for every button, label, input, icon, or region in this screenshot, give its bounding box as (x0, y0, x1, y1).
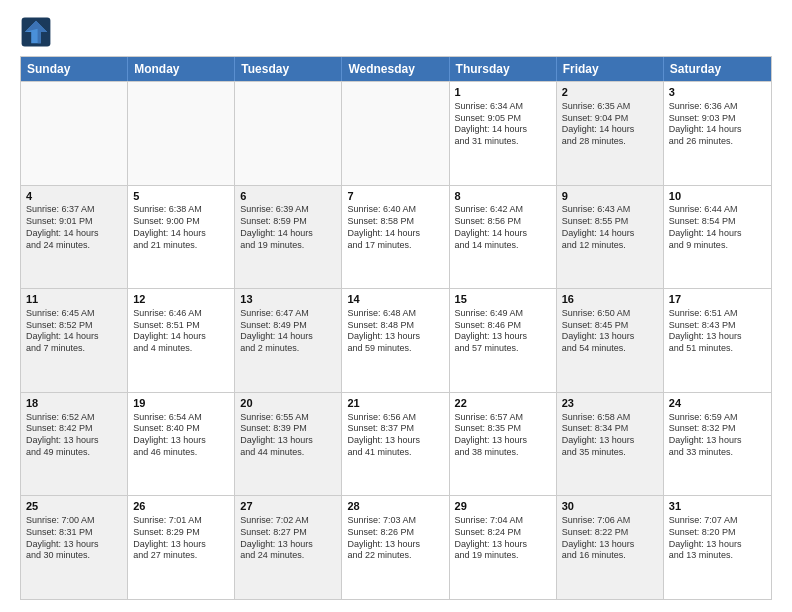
day-number: 10 (669, 189, 766, 204)
day-number: 12 (133, 292, 229, 307)
day-number: 27 (240, 499, 336, 514)
calendar-cell: 13Sunrise: 6:47 AM Sunset: 8:49 PM Dayli… (235, 289, 342, 392)
day-info: Sunrise: 6:36 AM Sunset: 9:03 PM Dayligh… (669, 101, 766, 148)
calendar-body: 1Sunrise: 6:34 AM Sunset: 9:05 PM Daylig… (21, 81, 771, 599)
calendar-row-0: 1Sunrise: 6:34 AM Sunset: 9:05 PM Daylig… (21, 81, 771, 185)
day-info: Sunrise: 7:01 AM Sunset: 8:29 PM Dayligh… (133, 515, 229, 562)
calendar-cell: 3Sunrise: 6:36 AM Sunset: 9:03 PM Daylig… (664, 82, 771, 185)
day-number: 9 (562, 189, 658, 204)
day-number: 30 (562, 499, 658, 514)
calendar-cell: 12Sunrise: 6:46 AM Sunset: 8:51 PM Dayli… (128, 289, 235, 392)
day-header-sunday: Sunday (21, 57, 128, 81)
calendar-cell: 16Sunrise: 6:50 AM Sunset: 8:45 PM Dayli… (557, 289, 664, 392)
calendar-cell: 7Sunrise: 6:40 AM Sunset: 8:58 PM Daylig… (342, 186, 449, 289)
day-number: 1 (455, 85, 551, 100)
calendar-cell: 15Sunrise: 6:49 AM Sunset: 8:46 PM Dayli… (450, 289, 557, 392)
day-number: 6 (240, 189, 336, 204)
calendar-cell: 30Sunrise: 7:06 AM Sunset: 8:22 PM Dayli… (557, 496, 664, 599)
day-info: Sunrise: 6:50 AM Sunset: 8:45 PM Dayligh… (562, 308, 658, 355)
page: SundayMondayTuesdayWednesdayThursdayFrid… (0, 0, 792, 612)
day-number: 18 (26, 396, 122, 411)
calendar-cell: 11Sunrise: 6:45 AM Sunset: 8:52 PM Dayli… (21, 289, 128, 392)
calendar-cell (342, 82, 449, 185)
day-info: Sunrise: 6:45 AM Sunset: 8:52 PM Dayligh… (26, 308, 122, 355)
day-number: 26 (133, 499, 229, 514)
calendar-cell (235, 82, 342, 185)
calendar-cell: 18Sunrise: 6:52 AM Sunset: 8:42 PM Dayli… (21, 393, 128, 496)
calendar-cell: 1Sunrise: 6:34 AM Sunset: 9:05 PM Daylig… (450, 82, 557, 185)
day-number: 5 (133, 189, 229, 204)
calendar-header: SundayMondayTuesdayWednesdayThursdayFrid… (21, 57, 771, 81)
calendar-cell (21, 82, 128, 185)
day-number: 11 (26, 292, 122, 307)
calendar-row-4: 25Sunrise: 7:00 AM Sunset: 8:31 PM Dayli… (21, 495, 771, 599)
day-number: 22 (455, 396, 551, 411)
calendar-cell: 25Sunrise: 7:00 AM Sunset: 8:31 PM Dayli… (21, 496, 128, 599)
day-info: Sunrise: 6:38 AM Sunset: 9:00 PM Dayligh… (133, 204, 229, 251)
day-info: Sunrise: 6:46 AM Sunset: 8:51 PM Dayligh… (133, 308, 229, 355)
day-header-friday: Friday (557, 57, 664, 81)
calendar-cell: 9Sunrise: 6:43 AM Sunset: 8:55 PM Daylig… (557, 186, 664, 289)
day-number: 17 (669, 292, 766, 307)
day-info: Sunrise: 6:37 AM Sunset: 9:01 PM Dayligh… (26, 204, 122, 251)
day-info: Sunrise: 7:03 AM Sunset: 8:26 PM Dayligh… (347, 515, 443, 562)
day-info: Sunrise: 6:47 AM Sunset: 8:49 PM Dayligh… (240, 308, 336, 355)
calendar-cell: 5Sunrise: 6:38 AM Sunset: 9:00 PM Daylig… (128, 186, 235, 289)
day-info: Sunrise: 6:49 AM Sunset: 8:46 PM Dayligh… (455, 308, 551, 355)
day-info: Sunrise: 6:51 AM Sunset: 8:43 PM Dayligh… (669, 308, 766, 355)
day-header-thursday: Thursday (450, 57, 557, 81)
calendar-cell: 10Sunrise: 6:44 AM Sunset: 8:54 PM Dayli… (664, 186, 771, 289)
day-number: 31 (669, 499, 766, 514)
day-number: 24 (669, 396, 766, 411)
day-info: Sunrise: 7:00 AM Sunset: 8:31 PM Dayligh… (26, 515, 122, 562)
calendar-cell: 2Sunrise: 6:35 AM Sunset: 9:04 PM Daylig… (557, 82, 664, 185)
day-info: Sunrise: 6:42 AM Sunset: 8:56 PM Dayligh… (455, 204, 551, 251)
calendar-row-1: 4Sunrise: 6:37 AM Sunset: 9:01 PM Daylig… (21, 185, 771, 289)
day-number: 2 (562, 85, 658, 100)
calendar-cell: 23Sunrise: 6:58 AM Sunset: 8:34 PM Dayli… (557, 393, 664, 496)
calendar-cell: 17Sunrise: 6:51 AM Sunset: 8:43 PM Dayli… (664, 289, 771, 392)
calendar-cell: 21Sunrise: 6:56 AM Sunset: 8:37 PM Dayli… (342, 393, 449, 496)
day-number: 23 (562, 396, 658, 411)
calendar-cell: 22Sunrise: 6:57 AM Sunset: 8:35 PM Dayli… (450, 393, 557, 496)
day-info: Sunrise: 6:57 AM Sunset: 8:35 PM Dayligh… (455, 412, 551, 459)
calendar-row-3: 18Sunrise: 6:52 AM Sunset: 8:42 PM Dayli… (21, 392, 771, 496)
day-number: 25 (26, 499, 122, 514)
day-number: 20 (240, 396, 336, 411)
calendar: SundayMondayTuesdayWednesdayThursdayFrid… (20, 56, 772, 600)
day-header-tuesday: Tuesday (235, 57, 342, 81)
calendar-cell: 24Sunrise: 6:59 AM Sunset: 8:32 PM Dayli… (664, 393, 771, 496)
day-number: 4 (26, 189, 122, 204)
day-number: 28 (347, 499, 443, 514)
day-info: Sunrise: 6:35 AM Sunset: 9:04 PM Dayligh… (562, 101, 658, 148)
day-info: Sunrise: 6:44 AM Sunset: 8:54 PM Dayligh… (669, 204, 766, 251)
logo-icon (20, 16, 52, 48)
day-info: Sunrise: 7:06 AM Sunset: 8:22 PM Dayligh… (562, 515, 658, 562)
day-number: 29 (455, 499, 551, 514)
day-info: Sunrise: 6:58 AM Sunset: 8:34 PM Dayligh… (562, 412, 658, 459)
day-number: 8 (455, 189, 551, 204)
calendar-cell: 26Sunrise: 7:01 AM Sunset: 8:29 PM Dayli… (128, 496, 235, 599)
day-info: Sunrise: 6:48 AM Sunset: 8:48 PM Dayligh… (347, 308, 443, 355)
calendar-cell: 14Sunrise: 6:48 AM Sunset: 8:48 PM Dayli… (342, 289, 449, 392)
day-header-monday: Monday (128, 57, 235, 81)
day-info: Sunrise: 7:04 AM Sunset: 8:24 PM Dayligh… (455, 515, 551, 562)
day-number: 13 (240, 292, 336, 307)
day-number: 19 (133, 396, 229, 411)
calendar-cell: 4Sunrise: 6:37 AM Sunset: 9:01 PM Daylig… (21, 186, 128, 289)
day-info: Sunrise: 6:39 AM Sunset: 8:59 PM Dayligh… (240, 204, 336, 251)
calendar-cell: 8Sunrise: 6:42 AM Sunset: 8:56 PM Daylig… (450, 186, 557, 289)
day-info: Sunrise: 7:07 AM Sunset: 8:20 PM Dayligh… (669, 515, 766, 562)
day-info: Sunrise: 6:55 AM Sunset: 8:39 PM Dayligh… (240, 412, 336, 459)
calendar-cell: 29Sunrise: 7:04 AM Sunset: 8:24 PM Dayli… (450, 496, 557, 599)
day-info: Sunrise: 6:56 AM Sunset: 8:37 PM Dayligh… (347, 412, 443, 459)
day-info: Sunrise: 6:52 AM Sunset: 8:42 PM Dayligh… (26, 412, 122, 459)
calendar-cell: 27Sunrise: 7:02 AM Sunset: 8:27 PM Dayli… (235, 496, 342, 599)
day-info: Sunrise: 6:54 AM Sunset: 8:40 PM Dayligh… (133, 412, 229, 459)
calendar-row-2: 11Sunrise: 6:45 AM Sunset: 8:52 PM Dayli… (21, 288, 771, 392)
logo (20, 16, 56, 48)
calendar-cell: 20Sunrise: 6:55 AM Sunset: 8:39 PM Dayli… (235, 393, 342, 496)
calendar-cell: 31Sunrise: 7:07 AM Sunset: 8:20 PM Dayli… (664, 496, 771, 599)
day-number: 21 (347, 396, 443, 411)
day-info: Sunrise: 6:34 AM Sunset: 9:05 PM Dayligh… (455, 101, 551, 148)
